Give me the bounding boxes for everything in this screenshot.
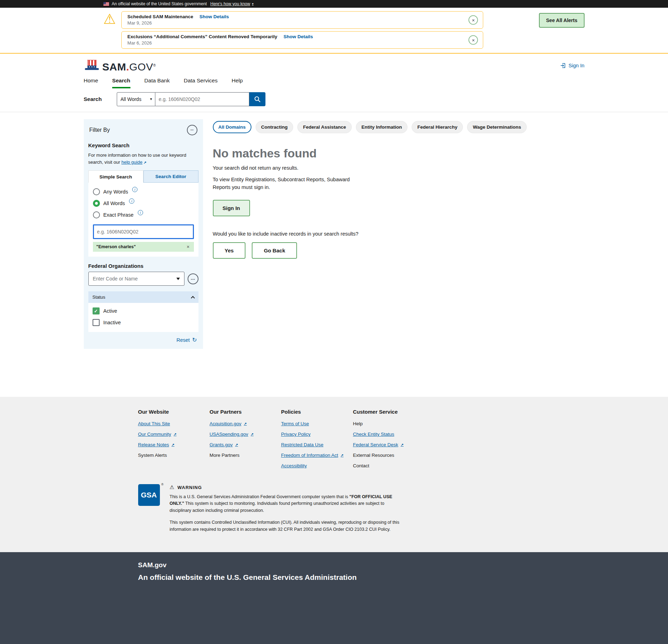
warning-heading: WARNING bbox=[177, 485, 202, 490]
alert-close-button[interactable]: × bbox=[468, 35, 478, 45]
simple-search-card: Any Words i All Words i Exact Phrase i bbox=[88, 183, 198, 257]
domain-tab-federal-hierarchy[interactable]: Federal Hierarchy bbox=[412, 121, 463, 133]
federal-org-combobox[interactable]: Enter Code or Name bbox=[88, 272, 184, 286]
info-icon[interactable]: i bbox=[129, 198, 134, 204]
domain-tab-federal-assistance[interactable]: Federal Assistance bbox=[297, 121, 352, 133]
alerts-section: ⚠ Scheduled SAM Maintenance Show Details… bbox=[0, 8, 668, 54]
footer-link-federal-service-desk[interactable]: Federal Service Desk↗ bbox=[353, 442, 404, 447]
reset-button[interactable]: Reset ↻ bbox=[176, 337, 197, 343]
footer-column-policies: Policies Terms of Use Privacy Policy Res… bbox=[281, 409, 353, 474]
no-matches-heading: No matches found bbox=[213, 147, 585, 160]
footer-link-privacy-policy[interactable]: Privacy Policy bbox=[281, 432, 311, 437]
footer-link-foia[interactable]: Freedom of Information Act↗ bbox=[281, 453, 344, 458]
sam-logo[interactable]: SAM.GOV® bbox=[84, 59, 156, 72]
gsa-logo: GSA ® bbox=[138, 484, 160, 506]
warning-icon: ⚠ bbox=[103, 12, 116, 26]
help-guide-link[interactable]: help guide↗ bbox=[121, 160, 146, 165]
nav-search[interactable]: Search bbox=[112, 77, 130, 88]
reset-icon: ↻ bbox=[192, 337, 197, 343]
go-back-button[interactable]: Go Back bbox=[252, 242, 297, 259]
banner-how-link[interactable]: Here's how you know ▾ bbox=[210, 1, 254, 6]
federal-organizations-heading: Federal Organizations bbox=[88, 263, 198, 269]
gov-banner: An official website of the United States… bbox=[0, 0, 668, 8]
nav-home[interactable]: Home bbox=[84, 77, 98, 88]
domain-tab-entity-information[interactable]: Entity Information bbox=[356, 121, 408, 133]
info-icon[interactable]: i bbox=[132, 187, 137, 192]
sign-in-link[interactable]: Sign In bbox=[560, 62, 584, 69]
footer-link-usaspending-gov[interactable]: USASpending.gov↗ bbox=[210, 432, 254, 437]
domain-tab-wage-determinations[interactable]: Wage Determinations bbox=[467, 121, 527, 133]
external-link-icon: ↗ bbox=[244, 422, 247, 426]
alert-list: Scheduled SAM Maintenance Show Details M… bbox=[121, 11, 483, 49]
site-header: SAM.GOV® Sign In Home Search Data Bank D… bbox=[0, 54, 668, 88]
external-link-icon: ↗ bbox=[235, 443, 238, 447]
footer-link-accessibility[interactable]: Accessibility bbox=[281, 463, 307, 468]
chip-label: "Emerson charles" bbox=[96, 244, 136, 249]
banner-text: An official website of the United States… bbox=[112, 1, 207, 6]
footer-link-acquisition-gov[interactable]: Acquisition.gov↗ bbox=[210, 421, 247, 426]
combobox-placeholder: Enter Code or Name bbox=[93, 276, 138, 282]
site-footer: Our Website About This Site Our Communit… bbox=[0, 397, 668, 552]
radio-any-words[interactable]: Any Words i bbox=[93, 188, 194, 195]
footer-link-check-entity-status[interactable]: Check Entity Status bbox=[353, 432, 394, 437]
collapse-filters-button[interactable]: – bbox=[187, 125, 197, 135]
footer-link-about-this-site[interactable]: About This Site bbox=[138, 421, 170, 426]
more-options-button[interactable]: ... bbox=[188, 273, 198, 284]
footer-link-contact[interactable]: Contact bbox=[353, 463, 370, 468]
alert-exclusions: Exclusions “Additional Comments” Content… bbox=[121, 31, 483, 49]
warning-paragraph-2: This system contains Controlled Unclassi… bbox=[170, 519, 402, 533]
footer-link-release-notes[interactable]: Release Notes↗ bbox=[138, 442, 175, 447]
filter-title: Filter By bbox=[89, 127, 110, 133]
footer-link-system-alerts[interactable]: System Alerts bbox=[138, 453, 167, 458]
show-details-link[interactable]: Show Details bbox=[283, 34, 313, 39]
checkbox-inactive[interactable]: Inactive bbox=[93, 319, 194, 326]
external-link-icon: ↗ bbox=[401, 443, 404, 447]
alert-maintenance: Scheduled SAM Maintenance Show Details M… bbox=[121, 11, 483, 29]
nav-help[interactable]: Help bbox=[231, 77, 243, 88]
domain-tab-all-domains[interactable]: All Domains bbox=[213, 121, 251, 133]
footer-heading: Policies bbox=[281, 409, 353, 415]
yes-button[interactable]: Yes bbox=[213, 242, 246, 259]
footer-heading: Customer Service bbox=[353, 409, 430, 415]
checkbox-active[interactable]: ✓ Active bbox=[93, 307, 194, 314]
keyword-input[interactable] bbox=[93, 224, 194, 239]
search-button[interactable] bbox=[249, 92, 265, 106]
footer-link-grants-gov[interactable]: Grants.gov↗ bbox=[210, 442, 238, 447]
checkbox-unchecked bbox=[93, 319, 100, 326]
radio-control-selected bbox=[93, 200, 100, 207]
domain-tab-contracting[interactable]: Contracting bbox=[256, 121, 293, 133]
results-message: Your search did not return any results. bbox=[213, 165, 585, 171]
close-icon: × bbox=[472, 18, 475, 22]
status-label: Status bbox=[93, 294, 106, 300]
footer-link-our-community[interactable]: Our Community↗ bbox=[138, 432, 177, 437]
show-details-link[interactable]: Show Details bbox=[200, 14, 229, 19]
status-section-toggle[interactable]: Status bbox=[88, 291, 198, 303]
radio-exact-phrase[interactable]: Exact Phrase i bbox=[93, 211, 194, 218]
tab-simple-search[interactable]: Simple Search bbox=[88, 170, 143, 183]
nav-data-services[interactable]: Data Services bbox=[184, 77, 217, 88]
footer-link-more-partners[interactable]: More Partners bbox=[210, 453, 240, 458]
alert-close-button[interactable]: × bbox=[468, 15, 478, 25]
info-icon[interactable]: i bbox=[138, 210, 143, 215]
keyword-search-heading: Keyword Search bbox=[88, 142, 198, 148]
nav-data-bank[interactable]: Data Bank bbox=[144, 77, 170, 88]
alert-title: Exclusions “Additional Comments” Content… bbox=[127, 34, 277, 39]
footer-link-external-resources[interactable]: External Resources bbox=[353, 453, 394, 458]
search-mode-select[interactable]: All Words bbox=[117, 92, 155, 106]
radio-all-words[interactable]: All Words i bbox=[93, 200, 194, 207]
main-nav: Home Search Data Bank Data Services Help bbox=[84, 77, 585, 88]
footer-link-help[interactable]: Help bbox=[353, 421, 363, 426]
footer-link-restricted-data-use[interactable]: Restricted Data Use bbox=[281, 442, 324, 447]
minus-icon: – bbox=[190, 127, 194, 133]
footer-column-our-partners: Our Partners Acquisition.gov↗ USASpendin… bbox=[210, 409, 281, 474]
chevron-down-icon bbox=[176, 278, 180, 280]
see-all-alerts-button[interactable]: See All Alerts bbox=[539, 13, 584, 28]
chip-remove-button[interactable]: × bbox=[186, 244, 190, 249]
alert-title: Scheduled SAM Maintenance bbox=[127, 14, 193, 19]
us-flag-icon bbox=[103, 2, 109, 6]
tab-search-editor[interactable]: Search Editor bbox=[143, 170, 198, 183]
sign-in-button[interactable]: Sign In bbox=[213, 200, 250, 216]
search-input[interactable] bbox=[155, 92, 249, 106]
footer-heading: Our Website bbox=[138, 409, 210, 415]
footer-link-terms-of-use[interactable]: Terms of Use bbox=[281, 421, 309, 426]
